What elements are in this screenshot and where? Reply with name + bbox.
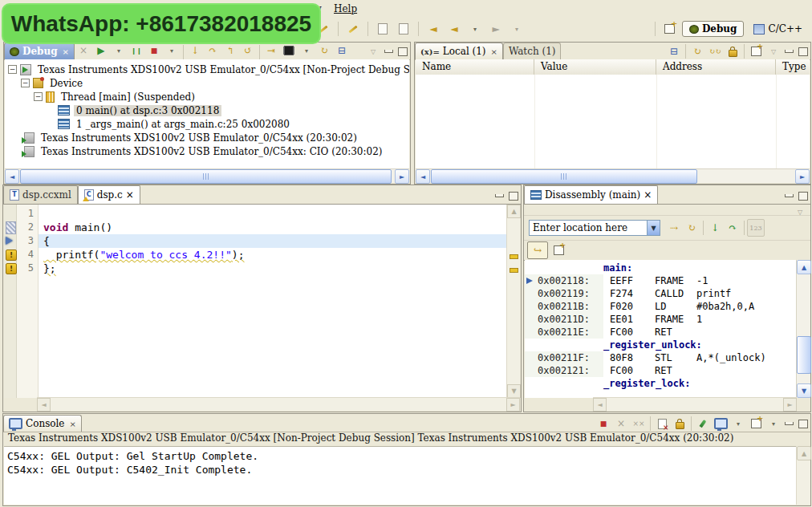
open-perspective-icon[interactable]	[661, 20, 679, 38]
tree-row[interactable]: − Device	[5, 76, 409, 90]
back-dropdown-icon[interactable]: ▾	[466, 20, 484, 38]
chip-dropdown-icon[interactable]: ▾	[298, 42, 315, 59]
maximize-icon[interactable]	[798, 420, 808, 428]
scroll-down-icon[interactable]: ▼	[797, 383, 811, 398]
collapse-all-icon[interactable]: ⊟	[665, 43, 683, 60]
new-view-icon[interactable]	[747, 43, 765, 60]
scroll-up-icon[interactable]: ▲	[507, 205, 521, 218]
terminate-dropdown-icon[interactable]: ▾	[163, 42, 181, 59]
last-edit-icon[interactable]	[395, 20, 412, 38]
line-number-gutter[interactable]: 1 2 3 4 5	[17, 205, 39, 398]
console-vertical-scrollbar[interactable]: ▲	[796, 446, 810, 505]
perspective-debug-button[interactable]: Debug	[682, 21, 745, 37]
maximize-icon[interactable]	[798, 47, 808, 56]
tree-row-process[interactable]: Texas Instruments XDS100v2 USB Emulator_…	[5, 144, 409, 158]
maximize-icon[interactable]	[798, 192, 808, 201]
scroll-right-icon[interactable]: ►	[795, 169, 810, 184]
step-into-icon[interactable]: ↓	[186, 42, 204, 59]
terminate-icon[interactable]: ■	[595, 415, 612, 432]
scroll-right-icon[interactable]: ►	[506, 398, 520, 412]
remove-all-launches-icon[interactable]: ××	[630, 415, 648, 432]
tab-local[interactable]: (x)= Local (1) ×	[415, 43, 503, 59]
forward-dropdown-icon[interactable]: ▾	[508, 20, 526, 38]
pin-editor-icon[interactable]	[374, 20, 392, 38]
console-output[interactable]: C54xx: GEL Output: Gel StartUp Complete.…	[4, 446, 797, 505]
scrollbar-thumb[interactable]	[20, 169, 392, 184]
scroll-left-icon[interactable]: ◄	[5, 169, 19, 184]
remove-launch-icon[interactable]: ×	[612, 415, 630, 432]
scroll-right-icon[interactable]: ►	[395, 169, 409, 184]
resume-icon[interactable]: ▶	[92, 42, 110, 59]
tree-row[interactable]: − Thread [main] (Suspended)	[5, 90, 409, 103]
marker-gutter[interactable]: ! !	[4, 205, 17, 398]
tab-disassembly[interactable]: Disassembly (main) ×	[524, 185, 658, 204]
maximize-icon[interactable]	[398, 47, 408, 56]
view-menu-icon[interactable]: ▽	[765, 43, 782, 60]
back-history-icon[interactable]: ◄	[424, 20, 442, 38]
tree-row-process[interactable]: Texas Instruments XDS100v2 USB Emulator_…	[5, 131, 409, 144]
disassembly-vertical-scrollbar[interactable]: ▲ ▼	[796, 260, 810, 398]
variables-horizontal-scrollbar[interactable]: ◄ ►	[416, 168, 810, 183]
collapse-toggle-icon[interactable]: −	[34, 92, 43, 101]
tree-row[interactable]: − Texas Instruments XDS100v2 USB Emulato…	[5, 63, 409, 76]
scroll-up-icon[interactable]: ▲	[797, 446, 811, 460]
asm-step-icon[interactable]: ⇥	[262, 42, 280, 59]
maximize-icon[interactable]	[509, 192, 518, 201]
step-over-asm-icon[interactable]: ↷	[724, 219, 741, 237]
minimize-icon[interactable]	[785, 50, 794, 53]
scroll-left-icon[interactable]: ◄	[593, 398, 607, 412]
warning-overview-mark[interactable]	[510, 268, 518, 273]
tab-dsp-c[interactable]: C dsp.c ×	[78, 185, 140, 204]
close-icon[interactable]: ×	[63, 47, 69, 56]
restart-icon[interactable]: ↺	[239, 42, 257, 59]
minimize-icon[interactable]	[785, 194, 794, 197]
minimize-icon[interactable]	[495, 194, 504, 197]
tab-debug[interactable]: Debug ×	[4, 43, 75, 59]
refresh-icon[interactable]: ↻	[683, 219, 700, 237]
step-over-icon[interactable]: ↷	[204, 42, 221, 59]
pin-console-icon[interactable]	[694, 415, 712, 432]
minimize-icon[interactable]	[384, 50, 393, 53]
link-with-debug-icon[interactable]: ↪	[527, 241, 548, 259]
back-icon[interactable]: ◄	[445, 20, 463, 38]
editor-vertical-scrollbar[interactable]: ▲ ▼	[506, 205, 520, 398]
tab-dsp-ccxml[interactable]: T dsp.ccxml	[3, 185, 78, 204]
scroll-lock-icon[interactable]	[671, 415, 688, 432]
column-name[interactable]: Name	[416, 59, 534, 75]
refresh-icon[interactable]: ↻	[315, 42, 333, 59]
refresh-icon[interactable]: ↻	[688, 43, 706, 60]
scroll-left-icon[interactable]: ◄	[416, 169, 430, 184]
collapse-toggle-icon[interactable]: −	[21, 79, 30, 87]
lock-icon[interactable]	[724, 43, 741, 60]
jump-to-icon[interactable]: ⇢	[665, 219, 683, 237]
tree-row-stack-frame[interactable]: 1 _args_main() at args_main.c:25 0x00208…	[5, 117, 409, 131]
refresh-all-icon[interactable]: ↻↻	[706, 43, 724, 60]
minimize-icon[interactable]	[785, 422, 794, 425]
display-console-icon[interactable]	[712, 415, 729, 432]
close-icon[interactable]: ×	[644, 189, 652, 201]
display-console-dropdown-icon[interactable]: ▾	[729, 415, 747, 432]
menu-help[interactable]: Help	[331, 3, 360, 14]
variables-table-body[interactable]	[416, 75, 810, 169]
clear-console-icon[interactable]	[653, 415, 671, 432]
scroll-right-icon[interactable]: ►	[783, 398, 797, 412]
scrollbar-thumb[interactable]	[797, 336, 811, 374]
tab-console[interactable]: Console ×	[3, 415, 82, 432]
scroll-down-icon[interactable]: ▼	[507, 384, 521, 398]
step-into-asm-icon[interactable]: ↓	[706, 219, 724, 237]
debug-horizontal-scrollbar[interactable]: ◄ ►	[5, 168, 409, 183]
close-icon[interactable]: ×	[491, 47, 497, 56]
debug-tree[interactable]: − Texas Instruments XDS100v2 USB Emulato…	[5, 59, 409, 169]
annotate-icon[interactable]	[344, 20, 362, 38]
code-editor[interactable]: void main() { printf("welcom to ccs 4.2!…	[39, 205, 506, 398]
collapse-all-icon[interactable]: ⊟	[333, 42, 351, 59]
step-return-icon[interactable]: ↰	[221, 42, 239, 59]
new-view-icon[interactable]	[548, 241, 569, 259]
column-type[interactable]: Type	[776, 59, 810, 75]
collapse-toggle-icon[interactable]: −	[8, 65, 17, 74]
chip-mode-icon[interactable]	[280, 42, 298, 59]
terminate-icon[interactable]: ■	[145, 42, 163, 59]
scroll-left-icon[interactable]: ◄	[37, 398, 51, 412]
scrollbar-thumb[interactable]	[431, 169, 697, 184]
column-address[interactable]: Address	[656, 59, 776, 75]
